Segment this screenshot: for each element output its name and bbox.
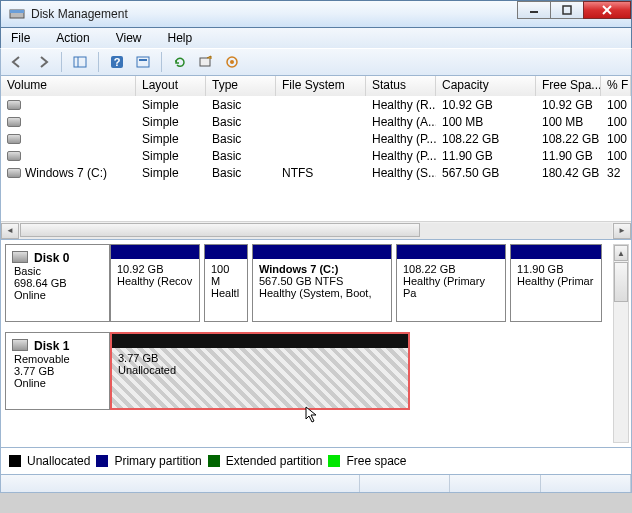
col-capacity[interactable]: Capacity [436,76,536,96]
scroll-thumb[interactable] [614,262,628,302]
action-button[interactable] [222,52,242,72]
toolbar: ? [0,48,632,76]
minimize-button[interactable] [517,1,551,19]
table-row[interactable]: SimpleBasicHealthy (A...100 MB100 MB100 [1,113,631,130]
disk-icon [12,251,28,263]
table-row[interactable]: Windows 7 (C:)SimpleBasicNTFSHealthy (S.… [1,164,631,181]
svg-rect-6 [74,57,86,67]
menu-view[interactable]: View [112,30,146,46]
menu-file[interactable]: File [7,30,34,46]
swatch-extended [208,455,220,467]
toolbar-divider [98,52,99,72]
col-filesystem[interactable]: File System [276,76,366,96]
menu-action[interactable]: Action [52,30,93,46]
vertical-scrollbar[interactable]: ▲ [613,244,629,443]
svg-point-14 [230,60,234,64]
partition[interactable]: Windows 7 (C:)567.50 GB NTFSHealthy (Sys… [252,244,392,322]
partition[interactable]: 11.90 GBHealthy (Primar [510,244,602,322]
scroll-right-button[interactable]: ► [613,223,631,239]
disk-graphical-view: Disk 0Basic698.64 GBOnline10.92 GBHealth… [0,240,632,448]
partition[interactable]: 108.22 GBHealthy (Primary Pa [396,244,506,322]
scroll-left-button[interactable]: ◄ [1,223,19,239]
status-bar [0,475,632,493]
maximize-button[interactable] [550,1,584,19]
disk-icon [12,339,28,351]
scroll-track[interactable] [20,223,612,239]
disk-label[interactable]: Disk 0Basic698.64 GBOnline [5,244,110,322]
title-bar: Disk Management [0,0,632,28]
horizontal-scrollbar[interactable]: ◄ ► [1,221,631,239]
legend-extended: Extended partition [226,454,323,468]
partition[interactable]: 10.92 GBHealthy (Recov [110,244,200,322]
drive-icon [7,151,21,161]
drive-icon [7,168,21,178]
table-row[interactable]: SimpleBasicHealthy (P...11.90 GB11.90 GB… [1,147,631,164]
scroll-thumb[interactable] [20,223,420,237]
swatch-primary [96,455,108,467]
partition[interactable]: 100 MHealtl [204,244,248,322]
refresh-button[interactable] [170,52,190,72]
toolbar-divider [161,52,162,72]
col-layout[interactable]: Layout [136,76,206,96]
list-header: Volume Layout Type File System Status Ca… [1,76,631,96]
close-button[interactable] [583,1,631,19]
back-button[interactable] [7,52,27,72]
disk-row: Disk 1Removable3.77 GBOnline3.77 GBUnall… [5,332,609,410]
partition-unallocated[interactable]: 3.77 GBUnallocated [110,332,410,410]
table-row[interactable]: SimpleBasicHealthy (R...10.92 GB10.92 GB… [1,96,631,113]
forward-button[interactable] [33,52,53,72]
svg-rect-1 [10,10,24,13]
rescan-button[interactable] [196,52,216,72]
legend: Unallocated Primary partition Extended p… [0,448,632,475]
col-status[interactable]: Status [366,76,436,96]
svg-text:?: ? [114,56,121,68]
app-icon [9,6,25,22]
show-hide-tree-button[interactable] [70,52,90,72]
table-row[interactable]: SimpleBasicHealthy (P...108.22 GB108.22 … [1,130,631,147]
col-pctfree[interactable]: % F [601,76,631,96]
toolbar-divider [61,52,62,72]
window-title: Disk Management [31,7,128,21]
menu-bar: File Action View Help [0,28,632,48]
col-type[interactable]: Type [206,76,276,96]
disk-row: Disk 0Basic698.64 GBOnline10.92 GBHealth… [5,244,609,322]
svg-rect-12 [200,58,210,66]
drive-icon [7,117,21,127]
scroll-up-button[interactable]: ▲ [614,245,628,261]
legend-primary: Primary partition [114,454,201,468]
legend-unallocated: Unallocated [27,454,90,468]
legend-free: Free space [346,454,406,468]
disk-label[interactable]: Disk 1Removable3.77 GBOnline [5,332,110,410]
svg-rect-10 [137,57,149,67]
drive-icon [7,100,21,110]
menu-help[interactable]: Help [164,30,197,46]
col-freespace[interactable]: Free Spa... [536,76,601,96]
swatch-free [328,455,340,467]
svg-rect-11 [139,59,147,61]
settings-button[interactable] [133,52,153,72]
drive-icon [7,134,21,144]
svg-rect-3 [563,6,571,14]
volume-list: Volume Layout Type File System Status Ca… [0,76,632,240]
swatch-unallocated [9,455,21,467]
col-volume[interactable]: Volume [1,76,136,96]
help-button[interactable]: ? [107,52,127,72]
